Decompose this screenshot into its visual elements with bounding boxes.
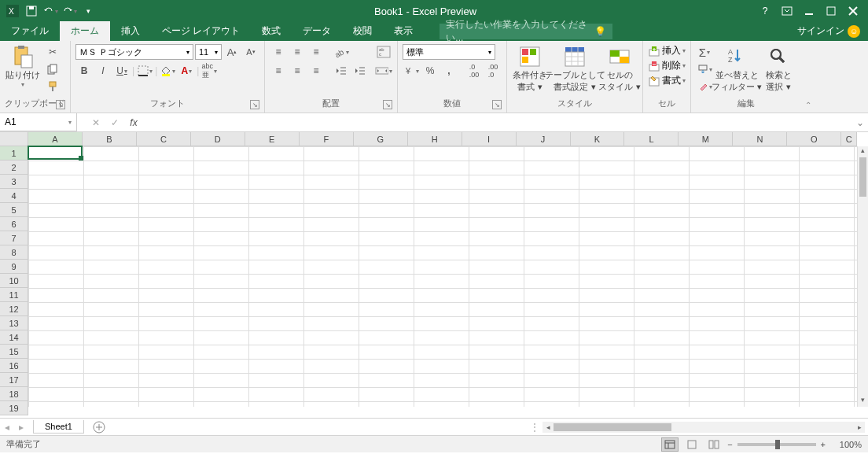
row-header[interactable]: 16 — [0, 359, 28, 373]
tab-page-layout[interactable]: ページ レイアウト — [151, 21, 251, 41]
col-header[interactable]: F — [300, 132, 354, 146]
tab-insert[interactable]: 挿入 — [110, 21, 151, 41]
font-dialog-launcher[interactable]: ↘ — [250, 100, 259, 109]
font-name-combo[interactable]: ＭＳ Ｐゴシック▾ — [75, 44, 193, 60]
selected-cell[interactable] — [28, 146, 83, 160]
collapse-ribbon-icon[interactable]: ⌃ — [805, 101, 811, 109]
row-header[interactable]: 13 — [0, 316, 28, 330]
bold-button[interactable]: B — [75, 63, 93, 79]
sheet-nav-prev-icon[interactable]: ◂ — [0, 422, 14, 433]
increase-indent-icon[interactable] — [351, 63, 369, 79]
scroll-right-icon[interactable]: ▸ — [854, 423, 865, 431]
fx-icon[interactable]: fx — [124, 113, 143, 131]
tab-home[interactable]: ホーム — [60, 21, 110, 41]
insert-cells-button[interactable]: 挿入▾ — [648, 44, 686, 57]
normal-view-icon[interactable] — [661, 437, 679, 452]
row-header[interactable]: 19 — [0, 401, 28, 415]
underline-button[interactable]: U — [113, 63, 131, 79]
row-header[interactable]: 14 — [0, 330, 28, 345]
col-header[interactable]: J — [517, 132, 571, 146]
col-header[interactable]: B — [83, 132, 137, 146]
accounting-format-icon[interactable]: ¥ — [403, 63, 420, 79]
ribbon-display-icon[interactable] — [777, 2, 797, 20]
page-break-view-icon[interactable] — [705, 437, 723, 452]
format-painter-icon[interactable] — [44, 79, 61, 94]
col-header[interactable]: D — [191, 132, 245, 146]
increase-font-icon[interactable]: A▴ — [223, 44, 241, 60]
zoom-slider[interactable] — [737, 443, 816, 446]
col-header[interactable]: A — [28, 132, 83, 146]
percent-icon[interactable]: % — [421, 63, 439, 79]
row-header[interactable]: 1 — [0, 146, 28, 161]
name-box[interactable]: A1▾ — [0, 113, 77, 131]
col-header[interactable]: C — [841, 132, 857, 146]
decrease-font-icon[interactable]: A▾ — [242, 44, 259, 60]
copy-icon[interactable] — [44, 61, 61, 77]
row-header[interactable]: 12 — [0, 302, 28, 316]
align-center-icon[interactable]: ≡ — [289, 63, 306, 79]
font-size-combo[interactable]: 11▾ — [195, 44, 222, 60]
enter-formula-icon[interactable]: ✓ — [105, 113, 124, 131]
format-as-table-button[interactable]: テーブルとして 書式設定 ▾ — [551, 44, 598, 93]
new-sheet-button[interactable] — [90, 419, 108, 436]
row-header[interactable]: 3 — [0, 175, 28, 189]
align-bottom-icon[interactable]: ≡ — [307, 44, 325, 60]
alignment-dialog-launcher[interactable]: ↘ — [383, 100, 392, 109]
undo-icon[interactable] — [42, 3, 58, 19]
page-layout-view-icon[interactable] — [683, 437, 701, 452]
increase-decimal-icon[interactable]: .0.00 — [465, 63, 483, 79]
cancel-formula-icon[interactable]: ✕ — [86, 113, 105, 131]
row-header[interactable]: 18 — [0, 387, 28, 401]
col-header[interactable]: C — [137, 132, 191, 146]
scroll-left-icon[interactable]: ◂ — [542, 423, 554, 431]
fill-handle[interactable] — [79, 156, 83, 161]
zoom-out-button[interactable]: − — [727, 440, 732, 449]
scroll-down-icon[interactable]: ▾ — [858, 396, 868, 407]
maximize-button[interactable] — [821, 2, 841, 20]
row-header[interactable]: 10 — [0, 274, 28, 288]
col-header[interactable]: G — [354, 132, 408, 146]
number-dialog-launcher[interactable]: ↘ — [492, 100, 502, 109]
align-middle-icon[interactable]: ≡ — [289, 44, 306, 60]
decrease-decimal-icon[interactable]: .00.0 — [484, 63, 502, 79]
sort-filter-button[interactable]: AZ 並べ替えと フィルター ▾ — [716, 44, 757, 93]
expand-formula-bar-icon[interactable]: ⌄ — [852, 117, 868, 128]
save-icon[interactable] — [24, 3, 39, 19]
merge-center-icon[interactable] — [375, 63, 392, 79]
sheet-nav-next-icon[interactable]: ▸ — [14, 422, 28, 433]
find-select-button[interactable]: 検索と 選択 ▾ — [760, 44, 796, 93]
col-header[interactable]: H — [408, 132, 462, 146]
row-header[interactable]: 11 — [0, 288, 28, 302]
col-header[interactable]: L — [624, 132, 679, 146]
col-header[interactable]: I — [462, 132, 517, 146]
row-header[interactable]: 17 — [0, 373, 28, 387]
sign-in[interactable]: サインイン ☺ — [789, 21, 868, 41]
col-header[interactable]: E — [245, 132, 300, 146]
scroll-up-icon[interactable]: ▴ — [858, 146, 868, 157]
tab-review[interactable]: 校閲 — [342, 21, 383, 41]
help-button[interactable]: ? — [755, 2, 775, 20]
tab-formulas[interactable]: 数式 — [251, 21, 292, 41]
vscroll-thumb[interactable] — [859, 157, 866, 197]
cell-grid[interactable] — [28, 146, 857, 407]
col-header[interactable]: M — [679, 132, 733, 146]
col-header[interactable]: K — [571, 132, 625, 146]
align-top-icon[interactable]: ≡ — [270, 44, 287, 60]
phonetic-icon[interactable]: abc亜 — [200, 63, 218, 79]
zoom-level[interactable]: 100% — [830, 440, 862, 449]
minimize-button[interactable] — [799, 2, 819, 20]
row-header[interactable]: 9 — [0, 260, 28, 274]
select-all-corner[interactable] — [0, 132, 28, 146]
col-header[interactable]: N — [733, 132, 787, 146]
row-header[interactable]: 2 — [0, 161, 28, 175]
decrease-indent-icon[interactable] — [333, 63, 350, 79]
row-header[interactable]: 5 — [0, 203, 28, 217]
zoom-in-button[interactable]: + — [821, 440, 826, 449]
fill-icon[interactable] — [696, 61, 713, 77]
close-button[interactable] — [843, 2, 863, 20]
align-left-icon[interactable]: ≡ — [270, 63, 287, 79]
number-format-combo[interactable]: 標準▾ — [403, 44, 495, 60]
italic-button[interactable]: I — [94, 63, 112, 79]
paste-button[interactable]: 貼り付け ▾ — [5, 44, 41, 88]
font-color-icon[interactable]: A — [178, 63, 195, 79]
